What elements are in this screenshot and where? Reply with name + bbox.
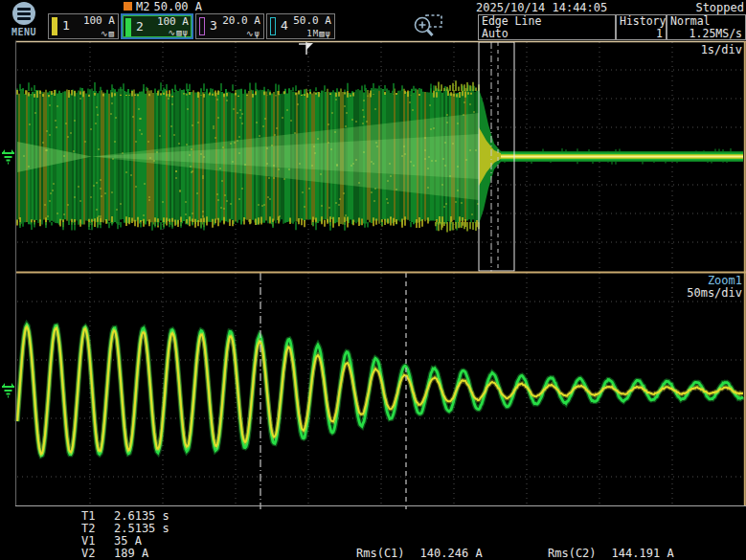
history-label: History bbox=[620, 15, 663, 28]
hamburger-menu-icon bbox=[12, 2, 35, 25]
t2-value: 2.5135 s bbox=[114, 522, 170, 535]
math-channel-name: M2 bbox=[136, 0, 149, 13]
rms-c2-value: 144.191 A bbox=[612, 547, 674, 560]
rms-c2-measurement: Rms(C2) 144.191 A bbox=[548, 547, 674, 560]
menu-button-label: MENU bbox=[4, 27, 44, 37]
channel-2-coupling-icons: ∿▨ψ bbox=[169, 28, 189, 37]
trigger-type: Edge Line bbox=[482, 15, 612, 28]
cursor-measurement-t1: T1 2.6135 s bbox=[81, 509, 170, 523]
channel-3-coupling-icons: ∿ψ bbox=[246, 29, 260, 38]
zoom-ground-level-marker[interactable] bbox=[2, 383, 14, 397]
rms-c1-value: 140.246 A bbox=[420, 547, 483, 560]
record-mode-box[interactable]: Normal 1.25MS/s bbox=[667, 14, 746, 40]
v2-label: V2 bbox=[81, 547, 114, 560]
t1-value: 2.6135 s bbox=[114, 509, 170, 523]
menu-button[interactable]: MENU bbox=[4, 2, 44, 40]
cursor-measurement-v2: V2 189 A bbox=[81, 547, 148, 560]
sample-rate-value: 1.25MS/s bbox=[670, 28, 742, 40]
t2-label: T2 bbox=[81, 522, 114, 535]
channel-1-scale: 100 A bbox=[83, 14, 115, 27]
channel-3-number: 3 bbox=[210, 18, 217, 33]
v1-label: V1 bbox=[81, 534, 114, 548]
channel-4-number: 4 bbox=[281, 18, 288, 33]
channel-2-scale: 100 A bbox=[157, 15, 189, 28]
channel-4-color-bar bbox=[270, 17, 276, 35]
v2-value: 189 A bbox=[114, 547, 148, 560]
channel-3-scale: 20.0 A bbox=[222, 14, 260, 27]
channel-4-coupling-icons: 1M▨ψ bbox=[306, 29, 331, 38]
rms-c2-label: Rms(C2) bbox=[548, 547, 597, 560]
t1-label: T1 bbox=[81, 509, 114, 523]
channel-4-box[interactable]: 4 50.0 A 1M▨ψ bbox=[266, 13, 335, 39]
channel-1-color-bar bbox=[52, 17, 57, 35]
acquisition-status: Stopped bbox=[658, 1, 744, 14]
history-box[interactable]: History 1 bbox=[616, 14, 667, 40]
main-current-band bbox=[17, 80, 743, 232]
trigger-settings-box[interactable]: Edge Line Auto bbox=[478, 14, 616, 40]
magnifier-zoom-icon bbox=[416, 15, 442, 35]
trigger-mode: Auto bbox=[482, 28, 612, 40]
math-channel-value: 50.00 A bbox=[153, 0, 202, 13]
channel-3-color-bar bbox=[199, 17, 205, 35]
zoom-timebase-label: 50ms/div bbox=[687, 286, 742, 300]
zoom-search-button[interactable] bbox=[410, 12, 446, 40]
channel-4-scale: 50.0 A bbox=[293, 14, 331, 27]
math-channel-color-icon bbox=[124, 2, 132, 11]
cursor-measurement-v1: V1 35 A bbox=[81, 534, 142, 548]
trigger-position-marker[interactable] bbox=[299, 42, 313, 55]
math-channel-label[interactable]: M2 50.00 A bbox=[124, 0, 202, 12]
main-ground-level-marker[interactable] bbox=[2, 149, 14, 164]
channel-2-number: 2 bbox=[136, 19, 144, 34]
rms-c1-label: Rms(C1) bbox=[356, 547, 405, 560]
zoom1-window-label: Zoom1 bbox=[708, 274, 742, 287]
cursor-measurement-t2: T2 2.5135 s bbox=[81, 522, 170, 535]
channel-2-box[interactable]: 2 100 A ∿▨ψ bbox=[121, 13, 193, 39]
v1-value: 35 A bbox=[114, 534, 142, 548]
channel-2-color-bar bbox=[125, 18, 131, 36]
record-mode-label: Normal bbox=[670, 15, 742, 28]
datetime-display: 2025/10/14 14:44:05 bbox=[476, 1, 607, 14]
waveform-display[interactable] bbox=[0, 0, 746, 560]
channel-1-box[interactable]: 1 100 A ∿▨ bbox=[48, 13, 119, 39]
channel-1-coupling-icons: ∿▨ bbox=[101, 29, 115, 38]
channel-1-number: 1 bbox=[62, 18, 70, 33]
channel-3-box[interactable]: 3 20.0 A ∿ψ bbox=[195, 13, 264, 39]
main-timebase-label: 1s/div bbox=[701, 43, 742, 56]
history-value: 1 bbox=[620, 28, 663, 40]
rms-c1-measurement: Rms(C1) 140.246 A bbox=[356, 547, 483, 560]
